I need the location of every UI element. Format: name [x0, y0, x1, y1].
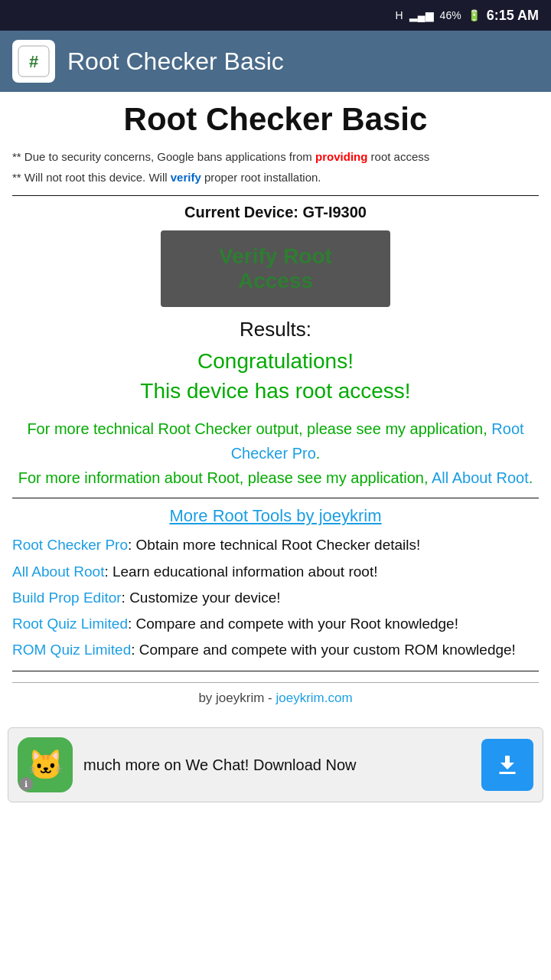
tool-desc-0: : Obtain more technical Root Checker det… — [128, 537, 420, 553]
tool-item-1: All About Root: Learn educational inform… — [12, 559, 539, 585]
ad-download-button[interactable] — [481, 739, 533, 791]
tool-item-2: Build Prop Editor: Customize your device… — [12, 585, 539, 611]
main-content: Root Checker Basic ** Due to security co… — [0, 92, 551, 721]
tool-desc-4: : Compare and compete with your custom R… — [131, 642, 516, 658]
security2-after: proper root installation. — [201, 171, 321, 184]
results-success: Congratulations! This device has root ac… — [12, 346, 539, 406]
footer-link[interactable]: joeykrim.com — [276, 691, 352, 705]
h-icon: H — [396, 9, 403, 21]
divider-1 — [12, 195, 539, 196]
security-notice-2: ** Will not root this device. Will verif… — [12, 169, 539, 187]
app-icon: # — [12, 40, 55, 83]
verify-root-button[interactable]: Verify Root Access — [161, 230, 390, 307]
more-info-line2-before: For more information about Root, please … — [18, 469, 432, 486]
footer: by joeykrim - joeykrim.com — [12, 682, 539, 706]
more-tools-heading: More Root Tools by joeykrim — [12, 506, 539, 526]
results-label: Results: — [12, 318, 539, 341]
ad-info-badge: ℹ — [19, 777, 33, 791]
svg-text:#: # — [29, 52, 38, 71]
tool-link-2[interactable]: Build Prop Editor — [12, 590, 122, 606]
ad-text: much more on We Chat! Download Now — [83, 754, 471, 776]
divider-3 — [12, 671, 539, 671]
tool-link-3[interactable]: Root Quiz Limited — [12, 616, 128, 632]
tool-item-3: Root Quiz Limited: Compare and compete w… — [12, 611, 539, 637]
more-info-line1-before: For more technical Root Checker output, … — [27, 420, 491, 437]
battery-indicator: 46% — [440, 9, 461, 21]
ad-app-icon: 🐱 ℹ — [18, 737, 73, 792]
security2-before: ** Will not root this device. Will — [12, 171, 171, 184]
tool-link-0[interactable]: Root Checker Pro — [12, 537, 128, 553]
security2-highlight: verify — [171, 171, 201, 184]
tool-item-0: Root Checker Pro: Obtain more technical … — [12, 532, 539, 558]
security-text-highlight: providing — [315, 150, 367, 163]
tool-link-1[interactable]: All About Root — [12, 564, 104, 580]
footer-text: by joeykrim - — [198, 691, 276, 705]
download-icon — [494, 751, 521, 779]
more-info-line1-end: . — [316, 445, 321, 462]
security-text-before: ** Due to security concerns, Google bans… — [12, 150, 315, 163]
signal-icon: ▂▄▆ — [409, 9, 434, 21]
tool-link-4[interactable]: ROM Quiz Limited — [12, 642, 131, 658]
more-info-line2-end: . — [529, 469, 533, 486]
tool-item-4: ROM Quiz Limited: Compare and compete wi… — [12, 637, 539, 663]
tool-desc-3: : Compare and compete with your Root kno… — [128, 616, 458, 632]
security-notice-1: ** Due to security concerns, Google bans… — [12, 149, 539, 166]
tool-desc-1: : Learn educational information about ro… — [104, 564, 377, 580]
tool-desc-2: : Customize your device! — [122, 590, 281, 606]
root-access-text: This device has root access! — [12, 376, 539, 406]
congrats-text: Congratulations! — [12, 346, 539, 376]
all-about-root-link-1[interactable]: All About Root — [432, 469, 529, 486]
divider-2 — [12, 498, 539, 498]
battery-icon: 🔋 — [468, 9, 481, 21]
tools-list: Root Checker Pro: Obtain more technical … — [12, 532, 539, 663]
more-info-text: For more technical Root Checker output, … — [12, 416, 539, 490]
status-time: 6:15 AM — [487, 8, 539, 24]
security-text-after: root access — [367, 150, 429, 163]
ad-banner: 🐱 ℹ much more on We Chat! Download Now — [8, 727, 543, 802]
app-bar: # Root Checker Basic — [0, 31, 551, 92]
status-bar: H ▂▄▆ 46% 🔋 6:15 AM — [0, 0, 551, 31]
device-label: Current Device: GT-I9300 — [12, 204, 539, 221]
page-heading: Root Checker Basic — [12, 101, 539, 138]
app-bar-title: Root Checker Basic — [67, 47, 284, 76]
